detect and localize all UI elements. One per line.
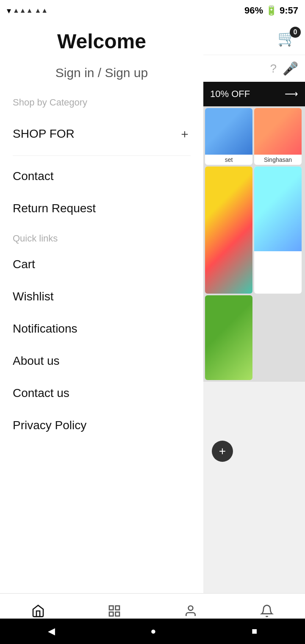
back-button[interactable]: ◀ xyxy=(48,626,55,637)
app-container: Welcome Sign in / Sign up Shop by Catego… xyxy=(0,21,305,623)
product-image-4 xyxy=(254,167,302,251)
wishlist-label: Wishlist xyxy=(13,290,53,303)
sidebar-item-contact-us[interactable]: Contact us xyxy=(13,377,191,409)
status-bar-right: 96% 🔋 9:57 xyxy=(244,5,298,16)
signal-icon-2: ▲▲ xyxy=(35,7,48,14)
status-bar: ▾ ▲▲▲ ▲▲ 96% 🔋 9:57 xyxy=(0,0,305,21)
mic-icon[interactable]: 🎤 xyxy=(283,61,298,76)
search-question-icon: ? xyxy=(270,62,277,75)
return-request-label: Return Request xyxy=(13,202,96,215)
sidebar-item-cart[interactable]: Cart xyxy=(13,248,191,280)
contact-us-label: Contact us xyxy=(13,386,69,400)
product-grid: set Singhasan xyxy=(203,106,305,382)
shop-by-category-label: Shop by Category xyxy=(13,97,191,108)
cart-button[interactable]: 🛒 0 xyxy=(277,29,297,47)
product-label-1: set xyxy=(205,155,252,165)
product-image-2 xyxy=(254,108,302,155)
product-card-2[interactable]: Singhasan xyxy=(254,108,302,165)
sidebar-signin-label[interactable]: Sign in / Sign up xyxy=(13,66,191,80)
product-image-1 xyxy=(205,108,252,155)
contact-label: Contact xyxy=(13,169,54,183)
main-search: ? 🎤 xyxy=(203,55,305,82)
signal-icon: ▲▲▲ xyxy=(13,7,33,14)
cart-label: Cart xyxy=(13,258,35,271)
sidebar-item-privacy-policy[interactable]: Privacy Policy xyxy=(13,409,191,441)
product-card-5[interactable] xyxy=(205,295,252,380)
svg-rect-0 xyxy=(109,606,113,610)
status-bar-left: ▾ ▲▲▲ ▲▲ xyxy=(7,6,48,16)
banner-arrow: ⟶ xyxy=(285,89,298,100)
battery-icon: 🔋 xyxy=(266,5,277,16)
banner-text: 10% OFF xyxy=(210,89,250,100)
product-image-5 xyxy=(205,295,252,380)
add-icon: ＋ xyxy=(179,126,191,142)
privacy-policy-label: Privacy Policy xyxy=(13,419,86,432)
sidebar-welcome-title: Welcome xyxy=(13,30,191,53)
product-image-3 xyxy=(205,167,252,294)
battery-text: 96% xyxy=(244,5,263,16)
product-card-1[interactable]: set xyxy=(205,108,252,165)
main-banner[interactable]: 10% OFF ⟶ xyxy=(203,82,305,106)
svg-rect-3 xyxy=(116,612,119,616)
about-us-label: About us xyxy=(13,354,60,368)
product-card-3[interactable] xyxy=(205,167,252,294)
product-card-4[interactable] xyxy=(254,167,302,294)
main-content: 🛒 0 ? 🎤 10% OFF ⟶ set Singhasan xyxy=(203,21,305,606)
product-label-2: Singhasan xyxy=(254,155,302,165)
plus-icon: + xyxy=(219,444,226,458)
sidebar-item-shop-for[interactable]: SHOP FOR ＋ xyxy=(13,117,191,151)
svg-rect-1 xyxy=(116,606,119,610)
home-button[interactable]: ● xyxy=(150,626,156,637)
wifi-icon: ▾ xyxy=(7,6,11,16)
sidebar-item-about-us[interactable]: About us xyxy=(13,345,191,377)
main-topbar: 🛒 0 xyxy=(203,21,305,55)
svg-point-4 xyxy=(189,606,193,611)
add-product-button[interactable]: + xyxy=(212,441,233,462)
sidebar-item-contact[interactable]: Contact xyxy=(13,160,191,192)
time-text: 9:57 xyxy=(280,5,298,16)
sidebar-item-notifications[interactable]: Notifications xyxy=(13,313,191,345)
sidebar-item-wishlist[interactable]: Wishlist xyxy=(13,280,191,313)
quick-links-label: Quick links xyxy=(13,233,191,244)
android-nav: ◀ ● ■ xyxy=(0,619,305,644)
recents-button[interactable]: ■ xyxy=(252,626,257,637)
sidebar: Welcome Sign in / Sign up Shop by Catego… xyxy=(0,21,203,623)
sidebar-item-return-request[interactable]: Return Request xyxy=(13,192,191,225)
divider-1 xyxy=(13,155,191,156)
shop-for-label: SHOP FOR xyxy=(13,127,75,141)
svg-rect-2 xyxy=(109,612,113,616)
cart-badge: 0 xyxy=(290,27,301,38)
notifications-label: Notifications xyxy=(13,322,78,336)
